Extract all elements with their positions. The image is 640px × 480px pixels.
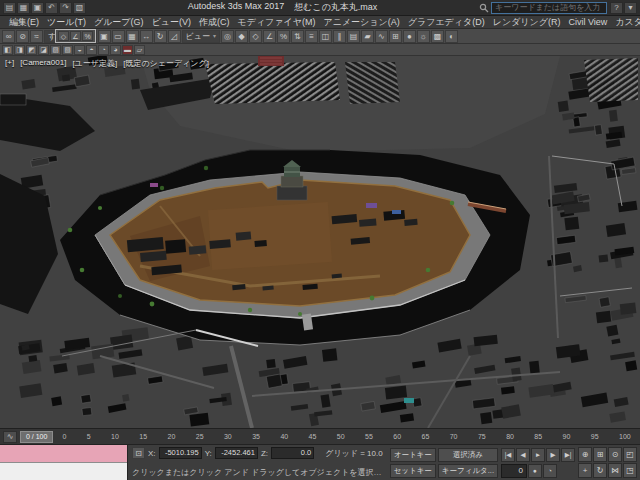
track-sets-button[interactable]: ◕▾: [110, 45, 121, 55]
ribbon-toggle-button[interactable]: ▰▾: [361, 30, 374, 43]
snap-toggle-3d-button[interactable]: ◇▾: [249, 30, 262, 43]
massfx-toolbar-button[interactable]: ◒▾: [74, 45, 85, 55]
next-frame-button[interactable]: ▶: [546, 448, 560, 462]
menu-item[interactable]: アニメーション(A): [319, 16, 403, 29]
help-icon[interactable]: ?: [610, 2, 623, 14]
north-barracks-roofs-2[interactable]: [345, 62, 400, 104]
orbit-button[interactable]: ↻: [593, 463, 607, 478]
viewport[interactable]: [+][Camera001][ユーザ定義][既定のシェーディング]: [0, 56, 640, 428]
display-filter-toggle[interactable]: ▨▾: [50, 45, 61, 55]
material-editor-button[interactable]: ●▾: [403, 30, 416, 43]
maxscript-mini-listener[interactable]: [0, 445, 128, 480]
mini-curve-editor-button[interactable]: ∿: [3, 431, 17, 443]
z-coordinate-field[interactable]: 0.0: [271, 447, 314, 459]
scene-explorer-toggle[interactable]: ◧▾: [2, 45, 13, 55]
listener-macro-line[interactable]: [0, 445, 127, 463]
named-selection-sets-button[interactable]: ≡▾: [305, 30, 318, 43]
select-and-link-button[interactable]: ∞▾: [2, 30, 15, 43]
float-snap-toggle[interactable]: ◇: [58, 31, 69, 41]
menu-item[interactable]: 編集(E): [5, 16, 43, 29]
layer-explorer-toggle[interactable]: ◨▾: [14, 45, 25, 55]
red-roof-building[interactable]: [258, 56, 284, 66]
viewport-label[interactable]: [ユーザ定義]: [72, 58, 117, 69]
time-slider-handle[interactable]: 0 / 100: [20, 431, 53, 443]
undo-button[interactable]: ↶: [45, 2, 58, 14]
teal-roof[interactable]: [404, 398, 414, 403]
spinner-snap-button[interactable]: ⇅▾: [291, 30, 304, 43]
zoom-button[interactable]: ⊕: [578, 447, 592, 462]
listener-script-line[interactable]: [0, 463, 127, 480]
rendered-frame-window-button[interactable]: ▩▾: [431, 30, 444, 43]
menu-item[interactable]: ツール(T): [43, 16, 90, 29]
open-file-button[interactable]: ▦: [17, 2, 30, 14]
align-button[interactable]: ∥▾: [333, 30, 346, 43]
track-bar[interactable]: ∿ 0 / 100 051015202530354045505560657075…: [0, 428, 640, 444]
redo-button[interactable]: ↷: [59, 2, 72, 14]
maximize-viewport-button[interactable]: ◳: [623, 463, 637, 478]
viewport-label[interactable]: [Camera001]: [20, 58, 66, 69]
x-coordinate-field[interactable]: -5010.195: [159, 447, 202, 459]
community-dropdown-icon[interactable]: ▾: [624, 2, 637, 14]
zoom-region-button[interactable]: ◰: [623, 447, 637, 462]
viewport-label[interactable]: [+]: [5, 58, 14, 69]
viewport-layout-tab-button[interactable]: ◩▾: [26, 45, 37, 55]
menu-item[interactable]: グラフエディタ(D): [404, 16, 489, 29]
rectangular-region-button[interactable]: ▭▾: [112, 30, 125, 43]
reference-coordinate-combo[interactable]: ビュー▾: [182, 30, 220, 43]
menu-item[interactable]: Civil View: [564, 17, 611, 27]
extras-toolbar-button[interactable]: ▱▾: [134, 45, 145, 55]
angle-snap-button[interactable]: ∠▾: [263, 30, 276, 43]
menu-item[interactable]: レンダリング(R): [489, 16, 565, 29]
select-and-rotate-button[interactable]: ↻▾: [154, 30, 167, 43]
menu-item[interactable]: グループ(G): [90, 16, 148, 29]
save-file-button[interactable]: ▣: [31, 2, 44, 14]
isolate-selection-toggle[interactable]: ◪▾: [38, 45, 49, 55]
unlink-selection-button[interactable]: ⊘▾: [16, 30, 29, 43]
current-frame-field[interactable]: 0: [501, 464, 527, 478]
mirror-button[interactable]: ◫▾: [319, 30, 332, 43]
window-crossing-button[interactable]: ▦▾: [126, 30, 139, 43]
purple-gate[interactable]: [366, 203, 377, 208]
select-by-name-button[interactable]: ▣▾: [98, 30, 111, 43]
north-barracks-roofs[interactable]: [205, 62, 340, 104]
select-and-move-button[interactable]: ↔▾: [140, 30, 153, 43]
animation-layers-button[interactable]: ◔▾: [98, 45, 109, 55]
key-filters-button[interactable]: キーフィルタ...: [438, 464, 498, 478]
selection-lock-toggle[interactable]: ⊡: [132, 447, 145, 459]
render-production-button[interactable]: ◐▾: [445, 30, 458, 43]
select-and-manipulate-button[interactable]: ◆▾: [235, 30, 248, 43]
floating-toolbar[interactable]: ◇∠%: [55, 29, 96, 43]
field-of-view-button[interactable]: ⋈: [608, 463, 622, 478]
zoom-all-button[interactable]: ⊞: [593, 447, 607, 462]
go-to-end-button[interactable]: ▶|: [561, 448, 575, 462]
percent-snap-button[interactable]: %▾: [277, 30, 290, 43]
use-pivot-center-button[interactable]: ◎▾: [221, 30, 234, 43]
go-to-start-button[interactable]: |◀: [501, 448, 515, 462]
schematic-view-button[interactable]: ⊞▾: [389, 30, 402, 43]
set-key-button[interactable]: セットキー: [390, 464, 436, 478]
northeast-roofs[interactable]: [584, 58, 638, 102]
curve-editor-button[interactable]: ∿▾: [375, 30, 388, 43]
play-button[interactable]: ►: [531, 448, 545, 462]
auto-key-button[interactable]: オートキー: [390, 448, 436, 462]
key-mode-toggle-button[interactable]: ●: [528, 464, 542, 478]
blue-gate[interactable]: [392, 210, 401, 214]
selected-keys-combo[interactable]: 選択済み: [438, 448, 498, 462]
bind-to-spacewarp-button[interactable]: ≈▾: [30, 30, 43, 43]
viewport-label[interactable]: [既定のシェーディング]: [123, 58, 209, 69]
search-input[interactable]: [491, 2, 607, 14]
container-toolbar-button[interactable]: ▧▾: [62, 45, 73, 55]
menu-item[interactable]: モディファイヤ(M): [233, 16, 319, 29]
float-percent-snap-toggle[interactable]: %: [82, 31, 93, 41]
new-file-button[interactable]: ▤: [3, 2, 16, 14]
red-toolbar-marker[interactable]: ▬▾: [122, 45, 133, 55]
menu-item[interactable]: ビュー(V): [148, 16, 195, 29]
menu-item[interactable]: 作成(C): [195, 16, 234, 29]
y-coordinate-field[interactable]: -2452.461: [215, 447, 258, 459]
zoom-extents-button[interactable]: ⊙: [608, 447, 622, 462]
previous-frame-button[interactable]: ◀: [516, 448, 530, 462]
brush-presets-button[interactable]: ◓▾: [86, 45, 97, 55]
render-setup-button[interactable]: ☼▾: [417, 30, 430, 43]
menu-item[interactable]: カスタマイズ(U): [611, 16, 640, 29]
project-folder-button[interactable]: ▧: [73, 2, 86, 14]
